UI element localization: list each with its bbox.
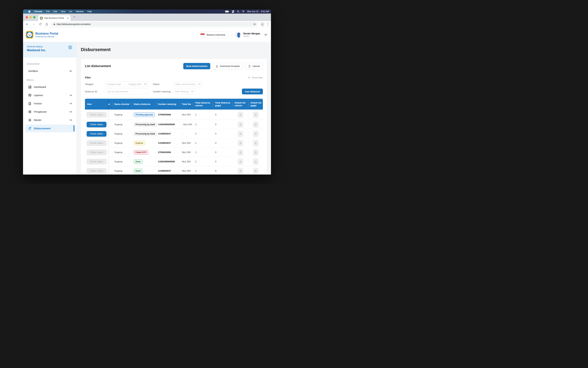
menubar-item-window[interactable]: Window [76,10,83,13]
check-status-button[interactable]: Check status [87,159,106,164]
upload-button[interactable]: Upload [245,63,263,69]
menubar-item-view[interactable]: View [61,10,65,13]
spotlight-search-icon[interactable] [237,10,239,13]
url-bar[interactable]: http://ottobusinessportal.com/admin [51,22,258,27]
column-header-unduh-list-gagal: Unduh list gagal [248,99,263,110]
macos-menu-bar: Chrome File Edit View Go Window Help Mon… [23,9,271,14]
sidebar-item-pengaturan[interactable]: Pengaturan [23,108,76,116]
close-window-button[interactable] [26,16,28,18]
browser-profile-avatar[interactable] [260,22,265,27]
url-text: http://ottobusinessportal.com/admin [57,23,90,26]
checker-name: Sugeng [112,166,132,175]
column-header-sumber-rekening: Sumber rekening [156,99,180,110]
reset-filter-button[interactable]: Reset filter [248,76,263,79]
control-center-icon[interactable] [232,10,234,13]
forward-button[interactable] [32,22,36,26]
download-template-button[interactable]: Download template [213,63,243,69]
download-sukses-button[interactable] [238,131,243,137]
apple-menu-icon[interactable] [28,10,30,13]
chevron-down-icon [70,119,72,121]
menubar-item-edit[interactable]: Edit [53,10,57,13]
sidebar-item-invoice[interactable]: Invoice [23,99,76,108]
language-selector-button[interactable]: Bahasa Indonesia [197,31,228,38]
create-disbursement-button[interactable]: Buat disbursement [183,63,210,69]
list-disbursement-card: List disbursement Buat disbursement Down… [81,59,267,175]
battery-icon[interactable] [225,10,229,13]
reload-button[interactable] [38,22,42,26]
back-button[interactable] [25,22,29,26]
tab-title: Otto Business Portal [44,17,65,19]
total-disburse-gagal-value: 0 [213,166,232,175]
sidebar-item-dashboard[interactable]: Dashboard [23,83,76,91]
download-gagal-button[interactable] [253,159,258,165]
new-tab-button[interactable]: + [73,15,75,19]
menubar-app-name[interactable]: Chrome [34,10,42,13]
date-range-input[interactable]: Tanggal mulai → Tanggal akhir [105,81,149,87]
status-badge: Done [134,169,143,173]
download-gagal-button[interactable] [253,112,258,118]
minimize-window-button[interactable] [29,16,32,18]
active-indicator [73,125,74,132]
zoom-window-button[interactable] [33,16,36,18]
download-sukses-button[interactable] [238,159,243,165]
download-sukses-button[interactable] [238,149,243,155]
total-disburse-gagal-value: 0 [213,120,232,129]
environment-select[interactable]: Sandbox [23,67,76,75]
download-gagal-button[interactable] [253,168,258,174]
download-icon [254,123,257,126]
disburse-id-input[interactable] [105,89,149,94]
check-status-button[interactable]: Check status [87,140,106,146]
welcome-panel: Selamat datang Weekend Inc. [23,42,76,57]
menubar-date[interactable]: Mon Jun 22 [247,10,258,13]
download-gagal-button[interactable] [253,131,258,137]
calendar-icon [144,83,146,85]
menubar-item-go[interactable]: Go [69,10,72,13]
sumber-rekening-select[interactable]: Pilih rekening [173,89,196,94]
sidebar-item-disbursement[interactable]: $ Disbursement [25,125,74,132]
welcome-text: Selamat datang [27,45,73,48]
browser-tab[interactable]: Otto Business Portal ✕ [38,15,71,21]
user-menu[interactable]: Dexter Morgan Admin [235,32,267,38]
home-button[interactable] [45,22,49,26]
browser-menu-icon[interactable] [267,23,269,26]
download-gagal-button[interactable] [253,122,258,128]
download-sukses-button[interactable] [238,168,243,174]
total-disburse-gagal-value: 0 [213,129,232,138]
download-sukses-button[interactable] [238,122,243,128]
chevron-down-icon[interactable] [264,34,267,36]
tab-close-icon[interactable]: ✕ [67,17,69,19]
column-header-status-disburse: Status disburse [132,99,156,110]
download-sukses-button[interactable] [238,140,243,146]
sidebar: Selamat datang Weekend Inc. Environment … [23,42,77,175]
sumber-rekening-value: 1320036000009 [156,120,180,129]
menubar-item-file[interactable]: File [46,10,50,13]
search-disburse-button[interactable]: Cari disburse [242,89,263,94]
invoice-document-icon [28,102,32,105]
wifi-icon[interactable] [242,10,245,13]
sidebar-collapse-icon[interactable] [68,46,72,49]
download-gagal-button[interactable] [253,149,258,155]
chevron-down-icon [198,83,200,85]
checker-name: Sugeng [112,120,132,129]
menubar-time[interactable]: 9:41 AM [261,10,269,13]
header-divider [232,31,232,39]
check-status-button[interactable]: Check status [87,168,106,174]
check-status-button[interactable]: Check status [87,122,106,127]
chevron-down-icon [70,103,72,104]
tanggal-label: Tanggal: [85,83,105,85]
disburse-id-input-field[interactable] [107,90,146,93]
download-gagal-button[interactable] [253,140,258,146]
download-sukses-button[interactable] [238,112,243,118]
download-icon [239,113,242,116]
check-status-button[interactable]: Check status [87,131,106,137]
app-header: OTTO PAY Business Portal Powered by Otto… [23,28,271,42]
sidebar-item-laporan[interactable]: Laporan [23,91,76,99]
bookmark-star-icon[interactable] [253,23,256,26]
status-select[interactable]: Status disbursement [173,81,203,87]
checker-name: Sugeng [112,148,132,157]
check-status-button[interactable]: Check status [87,112,106,118]
menubar-item-help[interactable]: Help [87,10,92,13]
check-status-button[interactable]: Check status [87,150,106,155]
sumber-rekening-value: 1320036000009 [156,157,180,166]
sidebar-item-master[interactable]: Master [23,116,76,124]
